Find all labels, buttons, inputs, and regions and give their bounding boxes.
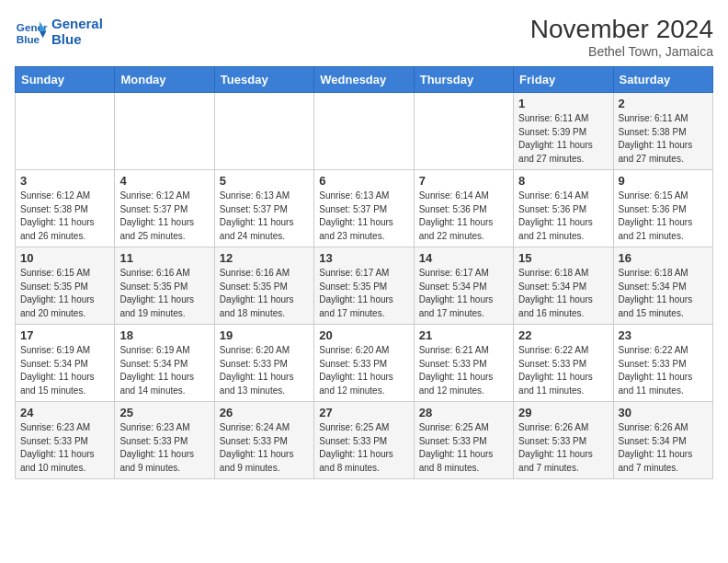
calendar-week-row: 1Sunrise: 6:11 AM Sunset: 5:39 PM Daylig… — [16, 93, 713, 170]
calendar-day-cell: 1Sunrise: 6:11 AM Sunset: 5:39 PM Daylig… — [514, 93, 613, 170]
calendar-day-cell: 11Sunrise: 6:16 AM Sunset: 5:35 PM Dayli… — [115, 247, 214, 325]
day-number: 12 — [220, 251, 309, 265]
day-info: Sunrise: 6:12 AM Sunset: 5:37 PM Dayligh… — [119, 190, 209, 243]
calendar-day-cell: 30Sunrise: 6:26 AM Sunset: 5:34 PM Dayli… — [613, 402, 712, 479]
day-number: 11 — [119, 251, 209, 265]
day-info: Sunrise: 6:23 AM Sunset: 5:33 PM Dayligh… — [20, 421, 109, 475]
day-info: Sunrise: 6:18 AM Sunset: 5:34 PM Dayligh… — [619, 267, 708, 320]
location: Bethel Town, Jamaica — [530, 44, 713, 59]
day-info: Sunrise: 6:22 AM Sunset: 5:33 PM Dayligh… — [619, 344, 708, 397]
logo-icon: General Blue — [15, 15, 48, 48]
day-info: Sunrise: 6:20 AM Sunset: 5:33 PM Dayligh… — [220, 344, 309, 397]
day-info: Sunrise: 6:16 AM Sunset: 5:35 PM Dayligh… — [119, 267, 209, 320]
calendar-day-cell: 22Sunrise: 6:22 AM Sunset: 5:33 PM Dayli… — [514, 325, 613, 402]
svg-text:Blue: Blue — [17, 33, 40, 45]
day-number: 2 — [619, 97, 708, 110]
calendar-day-cell — [115, 93, 214, 170]
calendar-day-cell: 21Sunrise: 6:21 AM Sunset: 5:33 PM Dayli… — [414, 325, 513, 402]
calendar-day-header: Saturday — [613, 67, 712, 93]
day-info: Sunrise: 6:26 AM Sunset: 5:34 PM Dayligh… — [619, 421, 708, 475]
day-number: 24 — [20, 406, 109, 419]
calendar-day-header: Monday — [115, 67, 214, 93]
day-number: 7 — [419, 174, 508, 188]
calendar-day-cell: 17Sunrise: 6:19 AM Sunset: 5:34 PM Dayli… — [16, 325, 115, 402]
day-number: 4 — [119, 174, 209, 188]
calendar-day-cell: 27Sunrise: 6:25 AM Sunset: 5:33 PM Dayli… — [314, 402, 414, 479]
day-number: 9 — [619, 174, 708, 188]
day-info: Sunrise: 6:13 AM Sunset: 5:37 PM Dayligh… — [220, 190, 309, 243]
day-number: 5 — [220, 174, 309, 188]
day-info: Sunrise: 6:16 AM Sunset: 5:35 PM Dayligh… — [220, 267, 309, 320]
title-block: November 2024 Bethel Town, Jamaica — [530, 15, 713, 59]
day-info: Sunrise: 6:15 AM Sunset: 5:35 PM Dayligh… — [20, 267, 109, 320]
day-info: Sunrise: 6:21 AM Sunset: 5:33 PM Dayligh… — [419, 344, 508, 397]
day-info: Sunrise: 6:15 AM Sunset: 5:36 PM Dayligh… — [619, 190, 708, 243]
day-info: Sunrise: 6:14 AM Sunset: 5:36 PM Dayligh… — [419, 190, 508, 243]
calendar-day-cell — [314, 93, 414, 170]
day-info: Sunrise: 6:24 AM Sunset: 5:33 PM Dayligh… — [220, 421, 309, 475]
day-number: 8 — [518, 174, 608, 188]
calendar-day-header: Wednesday — [314, 67, 414, 93]
calendar-week-row: 10Sunrise: 6:15 AM Sunset: 5:35 PM Dayli… — [16, 247, 713, 325]
day-number: 15 — [518, 251, 608, 265]
calendar-day-cell: 18Sunrise: 6:19 AM Sunset: 5:34 PM Dayli… — [115, 325, 214, 402]
calendar-day-header: Thursday — [414, 67, 513, 93]
calendar-day-cell: 3Sunrise: 6:12 AM Sunset: 5:38 PM Daylig… — [16, 170, 115, 247]
calendar-day-header: Tuesday — [214, 67, 313, 93]
day-info: Sunrise: 6:12 AM Sunset: 5:38 PM Dayligh… — [20, 190, 109, 243]
day-number: 22 — [518, 328, 608, 342]
calendar-day-cell: 16Sunrise: 6:18 AM Sunset: 5:34 PM Dayli… — [613, 247, 712, 325]
day-number: 23 — [619, 328, 708, 342]
calendar-day-cell: 8Sunrise: 6:14 AM Sunset: 5:36 PM Daylig… — [514, 170, 613, 247]
day-number: 18 — [119, 328, 209, 342]
day-number: 28 — [419, 406, 508, 419]
day-number: 14 — [419, 251, 508, 265]
day-info: Sunrise: 6:14 AM Sunset: 5:36 PM Dayligh… — [518, 190, 608, 243]
calendar-day-cell: 9Sunrise: 6:15 AM Sunset: 5:36 PM Daylig… — [613, 170, 712, 247]
day-info: Sunrise: 6:22 AM Sunset: 5:33 PM Dayligh… — [518, 344, 608, 397]
calendar-week-row: 3Sunrise: 6:12 AM Sunset: 5:38 PM Daylig… — [16, 170, 713, 247]
calendar-day-cell: 5Sunrise: 6:13 AM Sunset: 5:37 PM Daylig… — [214, 170, 313, 247]
calendar-day-cell: 2Sunrise: 6:11 AM Sunset: 5:38 PM Daylig… — [613, 93, 712, 170]
calendar-day-cell: 19Sunrise: 6:20 AM Sunset: 5:33 PM Dayli… — [214, 325, 313, 402]
day-number: 21 — [419, 328, 508, 342]
calendar-day-cell: 12Sunrise: 6:16 AM Sunset: 5:35 PM Dayli… — [214, 247, 313, 325]
day-number: 16 — [619, 251, 708, 265]
day-number: 20 — [319, 328, 408, 342]
day-number: 6 — [319, 174, 408, 188]
calendar-week-row: 24Sunrise: 6:23 AM Sunset: 5:33 PM Dayli… — [16, 402, 713, 479]
day-number: 26 — [220, 406, 309, 419]
day-number: 3 — [20, 174, 109, 188]
day-number: 27 — [319, 406, 408, 419]
day-info: Sunrise: 6:19 AM Sunset: 5:34 PM Dayligh… — [119, 344, 209, 397]
calendar-day-cell: 25Sunrise: 6:23 AM Sunset: 5:33 PM Dayli… — [115, 402, 214, 479]
day-info: Sunrise: 6:18 AM Sunset: 5:34 PM Dayligh… — [518, 267, 608, 320]
calendar-day-cell: 20Sunrise: 6:20 AM Sunset: 5:33 PM Dayli… — [314, 325, 414, 402]
svg-marker-3 — [40, 31, 46, 38]
calendar-day-cell — [16, 93, 115, 170]
calendar-day-cell: 6Sunrise: 6:13 AM Sunset: 5:37 PM Daylig… — [314, 170, 414, 247]
day-info: Sunrise: 6:17 AM Sunset: 5:35 PM Dayligh… — [319, 267, 408, 320]
day-info: Sunrise: 6:11 AM Sunset: 5:38 PM Dayligh… — [619, 112, 708, 166]
logo: General Blue GeneralBlue — [15, 15, 103, 48]
calendar-day-cell: 10Sunrise: 6:15 AM Sunset: 5:35 PM Dayli… — [16, 247, 115, 325]
day-info: Sunrise: 6:25 AM Sunset: 5:33 PM Dayligh… — [319, 421, 408, 475]
day-info: Sunrise: 6:17 AM Sunset: 5:34 PM Dayligh… — [419, 267, 508, 320]
calendar-day-cell: 4Sunrise: 6:12 AM Sunset: 5:37 PM Daylig… — [115, 170, 214, 247]
calendar-day-cell: 29Sunrise: 6:26 AM Sunset: 5:33 PM Dayli… — [514, 402, 613, 479]
calendar-day-header: Sunday — [16, 67, 115, 93]
day-number: 10 — [20, 251, 109, 265]
calendar-day-cell: 7Sunrise: 6:14 AM Sunset: 5:36 PM Daylig… — [414, 170, 513, 247]
day-info: Sunrise: 6:20 AM Sunset: 5:33 PM Dayligh… — [319, 344, 408, 397]
calendar-day-cell: 28Sunrise: 6:25 AM Sunset: 5:33 PM Dayli… — [414, 402, 513, 479]
day-info: Sunrise: 6:25 AM Sunset: 5:33 PM Dayligh… — [419, 421, 508, 475]
day-info: Sunrise: 6:23 AM Sunset: 5:33 PM Dayligh… — [119, 421, 209, 475]
day-number: 30 — [619, 406, 708, 419]
day-number: 17 — [20, 328, 109, 342]
calendar-day-cell: 23Sunrise: 6:22 AM Sunset: 5:33 PM Dayli… — [613, 325, 712, 402]
calendar-day-cell: 14Sunrise: 6:17 AM Sunset: 5:34 PM Dayli… — [414, 247, 513, 325]
calendar-week-row: 17Sunrise: 6:19 AM Sunset: 5:34 PM Dayli… — [16, 325, 713, 402]
day-info: Sunrise: 6:11 AM Sunset: 5:39 PM Dayligh… — [518, 112, 608, 166]
day-number: 13 — [319, 251, 408, 265]
calendar-day-cell: 13Sunrise: 6:17 AM Sunset: 5:35 PM Dayli… — [314, 247, 414, 325]
